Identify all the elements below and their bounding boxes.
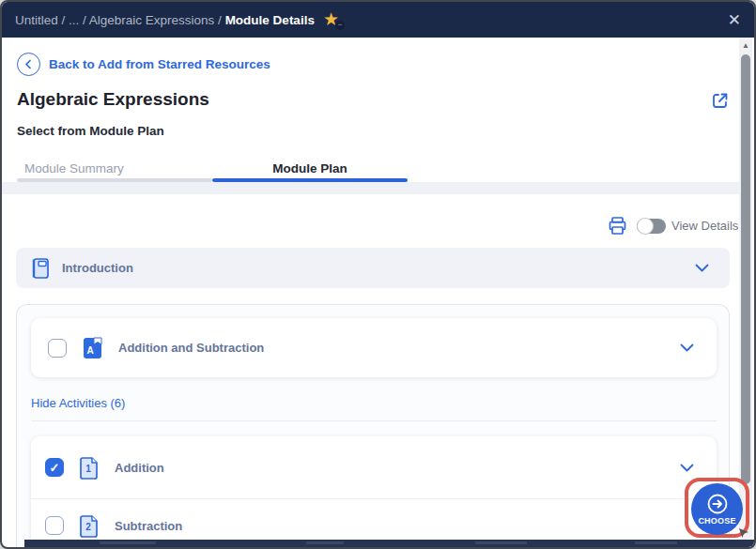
mouse-cursor (738, 527, 749, 539)
breadcrumb: Untitled / ... / Algebraic Expressions /… (15, 13, 315, 27)
close-icon[interactable]: ✕ (728, 12, 741, 28)
modal-header: Untitled / ... / Algebraic Expressions /… (2, 2, 754, 38)
chevron-down-icon[interactable] (695, 264, 709, 272)
activity-row-addition[interactable]: ✓ 1 Addition (31, 436, 717, 498)
unit-label: Addition and Subtraction (118, 341, 264, 355)
breadcrumb-current: Module Details (225, 13, 315, 27)
unit-checkbox[interactable]: ✓ (48, 339, 67, 358)
open-external-icon[interactable] (710, 90, 731, 111)
breadcrumb-path: Untitled / ... / Algebraic Expressions / (15, 13, 222, 27)
activity-label: Addition (115, 461, 164, 475)
page-2-icon: 2 (79, 513, 100, 538)
back-arrow-icon (17, 53, 40, 76)
introduction-section-row[interactable]: Introduction (16, 248, 730, 288)
scrollbar-track[interactable]: ▲ (739, 38, 752, 547)
view-details-label: View Details (671, 219, 738, 233)
svg-text:2: 2 (85, 522, 91, 532)
activity-checkbox-addition[interactable]: ✓ (45, 458, 64, 477)
star-icon[interactable]: ★ − (323, 10, 342, 29)
choose-button[interactable]: CHOOSE (691, 483, 743, 535)
notebook-icon (31, 257, 51, 280)
unit-book-icon: A (82, 336, 103, 360)
module-plan-container: ✓ A Addition and Subtraction Hide Activi… (16, 304, 730, 549)
scrollbar-up-arrow-icon[interactable]: ▲ (742, 41, 749, 50)
back-link-label: Back to Add from Starred Resources (49, 57, 270, 71)
chevron-down-icon[interactable] (680, 343, 694, 352)
toggle-knob (637, 218, 654, 235)
scrollbar-thumb[interactable] (741, 54, 750, 484)
activity-label: Subtraction (115, 519, 182, 533)
print-icon[interactable] (607, 215, 628, 236)
divider (31, 420, 717, 421)
hide-activities-link[interactable]: Hide Activities (6) (31, 396, 125, 410)
back-link[interactable]: Back to Add from Starred Resources (17, 53, 270, 76)
svg-text:1: 1 (85, 464, 91, 474)
chevron-down-icon[interactable] (680, 464, 694, 472)
bottom-content-strip (24, 540, 754, 547)
tab-section-band (2, 182, 740, 194)
activities-card: ✓ 1 Addition ✓ 2 Subtraction (31, 436, 717, 549)
page-1-icon: 1 (79, 455, 100, 480)
activity-checkbox-subtraction[interactable]: ✓ (45, 516, 64, 535)
choose-button-label: CHOOSE (698, 516, 735, 526)
module-details-modal: Untitled / ... / Algebraic Expressions /… (0, 0, 756, 549)
view-details-toggle[interactable] (637, 219, 666, 234)
svg-text:A: A (86, 345, 93, 356)
star-remove-badge-icon: − (335, 21, 345, 30)
arrow-right-circle-icon (706, 493, 729, 515)
unit-row-addition-and-subtraction[interactable]: ✓ A Addition and Subtraction (31, 318, 717, 377)
page-title: Algebraic Expressions (17, 89, 209, 110)
introduction-label: Introduction (62, 261, 133, 275)
page-subtitle: Select from Module Plan (17, 124, 164, 138)
